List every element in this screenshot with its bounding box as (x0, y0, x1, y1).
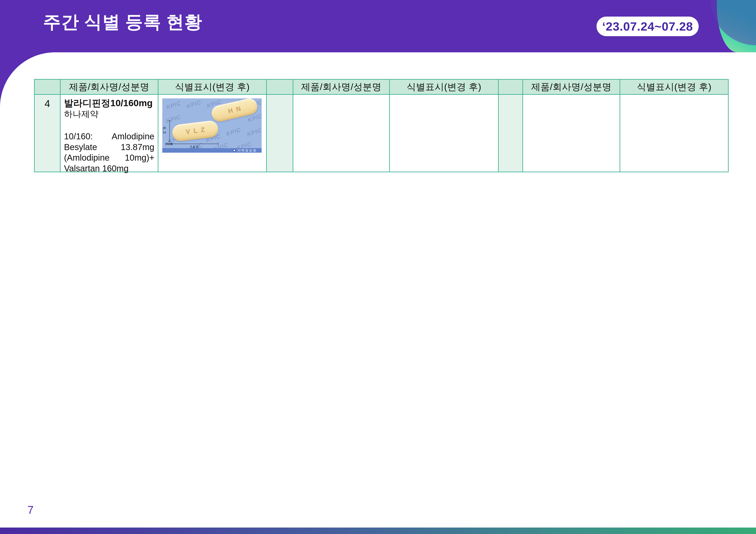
product-name: 발라디핀정10/160mg (64, 97, 154, 109)
header-cell-product-3: 제품/회사명/성분명 (523, 80, 620, 95)
page-number: 7 (27, 503, 34, 516)
header-cell-identification-2: 식별표시(변경 후) (390, 80, 499, 95)
identification-image-cell-3-empty (620, 95, 729, 172)
image-source-strip: 약학정보원 (162, 148, 262, 153)
kpic-watermark: KPIC (186, 99, 202, 110)
spacer-cell (267, 95, 293, 172)
page-title: 주간 식별 등록 현황 (43, 13, 202, 31)
product-info-cell: 발라디핀정10/160mg 하나제약 10/160: Amlodipine Be… (61, 95, 158, 172)
header-cell-product-1: 제품/회사명/성분명 (61, 80, 158, 95)
height-dimension-line (169, 120, 170, 141)
identification-image-cell-2-empty (390, 95, 499, 172)
width-dimension-line (171, 144, 218, 144)
spacer-cell (499, 95, 523, 172)
header-cell-identification-3: 식별표시(변경 후) (620, 80, 729, 95)
date-range-text: ‘23.07.24~07.28 (602, 19, 693, 33)
source-logo-icon (233, 149, 236, 152)
source-label: 약학정보원 (237, 149, 257, 152)
kpic-watermark: KPIC (246, 127, 262, 138)
header-band: 주간 식별 등록 현황 ‘23.07.24~07.28 (0, 0, 756, 52)
identification-image-cell: KPIC KPIC KPIC KPIC KPIC KPIC KPIC KPIC … (158, 95, 267, 172)
header-cell-spacer-2 (499, 80, 523, 95)
kpic-watermark: KPIC (166, 100, 182, 111)
height-dimension-label: 6.3 (162, 127, 167, 134)
kpic-watermark: KPIC (226, 126, 242, 138)
date-range-badge: ‘23.07.24~07.28 (597, 16, 699, 36)
row-number: 4 (44, 98, 50, 109)
row-number-cell: 4 (35, 95, 61, 172)
ingredient-text: 10/160: Amlodipine Besylate 13.87mg (Aml… (64, 131, 154, 174)
identification-table: 제품/회사명/성분명 식별표시(변경 후) 제품/회사명/성분명 식별표시(변경… (34, 79, 729, 172)
header-cell-product-2: 제품/회사명/성분명 (293, 80, 390, 95)
header-cell-identification-1: 식별표시(변경 후) (158, 80, 267, 95)
header-cell-spacer-1 (267, 80, 293, 95)
slide-page: 주간 식별 등록 현황 ‘23.07.24~07.28 제품/회사명/성분명 식… (0, 0, 756, 534)
dimension-unit-label: mm (165, 141, 173, 146)
product-info-cell-3-empty (523, 95, 620, 172)
header-cell-empty (35, 80, 61, 95)
tablet-hn-imprint: HN (224, 104, 245, 116)
tablet-vlz-imprint: VLZ (182, 126, 209, 136)
pill-identification-image: KPIC KPIC KPIC KPIC KPIC KPIC KPIC KPIC … (162, 98, 262, 153)
product-info-cell-2-empty (293, 95, 390, 172)
corner-purple-overlay-decoration (711, 0, 756, 45)
kpic-watermark: KPIC (165, 114, 181, 124)
bottom-gradient-bar (0, 527, 756, 534)
company-name: 하나제약 (64, 109, 154, 119)
